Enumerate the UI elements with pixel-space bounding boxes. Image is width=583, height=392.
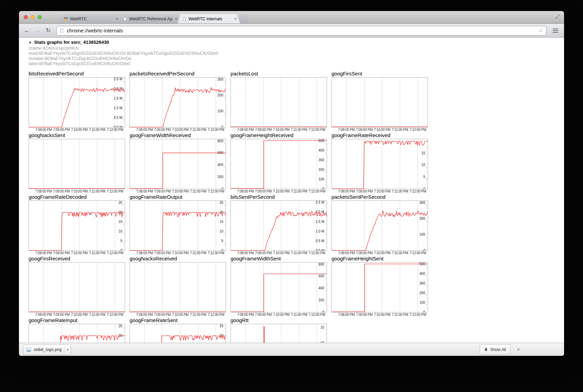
show-all-label: Show All — [490, 347, 506, 352]
chart-title: googNacksReceived — [130, 256, 226, 262]
x-tick-label: 7:09:00 PM — [356, 313, 372, 317]
forward-button[interactable]: → — [33, 26, 42, 35]
resize-icon[interactable] — [555, 14, 560, 19]
url-bar[interactable]: ☆ — [57, 26, 546, 35]
y-tick-label: 300 — [318, 158, 324, 162]
download-menu-arrow-icon[interactable]: ▾ — [64, 347, 69, 352]
x-tick-label: 7:11:00 PM — [190, 313, 206, 317]
back-button[interactable]: ← — [22, 26, 31, 35]
x-tick-label: 7:11:00 PM — [392, 189, 408, 193]
x-tick-label: 7:09:00 PM — [154, 313, 171, 317]
chart-googFrameRateSent: googFrameRateSent25201510507:08:00 PM7:0… — [130, 317, 226, 343]
x-tick-label: 7:09:00 PM — [154, 251, 171, 255]
x-tick-label: 7:12:00 PM — [309, 189, 325, 193]
chart-title: googNacksSent — [29, 132, 125, 138]
meta-label: label:6E9laEYkyxIkTCxDgc82ZGoEhlCfxNuCKr… — [29, 61, 564, 66]
x-axis-labels: 7:08:00 PM7:09:00 PM7:10:00 PM7:11:00 PM… — [231, 312, 327, 317]
tab-close-icon[interactable]: × — [175, 17, 177, 21]
chart-title: packetsReceivedPerSecond — [130, 71, 226, 77]
x-tick-label: 7:09:00 PM — [356, 251, 372, 255]
minimize-window-button[interactable] — [31, 15, 35, 19]
y-tick-label: 25 — [119, 201, 123, 205]
chart-plot: 8006004002000 — [231, 262, 327, 312]
x-tick-label: 7:09:00 PM — [255, 189, 272, 193]
chart-title: googFrameRateReceived — [331, 132, 428, 138]
x-tick-label: 7:09:00 PM — [255, 313, 272, 317]
y-tick-label: 200 — [318, 298, 324, 302]
y-tick-label: 15 — [219, 220, 224, 224]
plot-frame — [231, 324, 327, 343]
plot-frame — [130, 262, 226, 312]
x-tick-label: 7:12:00 PM — [107, 128, 123, 132]
tab-webrtc-internals[interactable]: WebRTC Internals × — [177, 14, 240, 23]
tab-strip: WebRTC × WebRTC Reference App × — [59, 14, 249, 23]
x-tick-label: 7:10:00 PM — [71, 128, 88, 132]
x-tick-label: 7:11:00 PM — [89, 251, 105, 255]
x-tick-label: 7:11:00 PM — [89, 313, 105, 317]
x-axis-labels: 7:08:00 PM7:09:00 PM7:10:00 PM7:11:00 PM… — [231, 127, 327, 132]
chart-title: googFrameWidthReceived — [130, 132, 226, 138]
y-tick-label: 600 — [318, 274, 324, 278]
y-tick-label: 300 — [419, 201, 425, 205]
screen: WebRTC × WebRTC Reference App × — [0, 0, 583, 392]
show-all-button[interactable]: Show All — [480, 344, 511, 354]
reload-button[interactable]: ↻ — [44, 26, 53, 35]
download-item[interactable]: vidtel_logo.png ▾ — [23, 344, 71, 354]
y-tick-label: 1.5 M — [114, 96, 122, 100]
plot-frame — [130, 201, 226, 251]
x-tick-label: 7:09:00 PM — [53, 189, 70, 193]
y-tick-label: 15 — [421, 151, 426, 155]
y-tick-label: 25 — [219, 324, 224, 328]
chart-googFrameRateReceived: googFrameRateReceived1510507:08:00 PM7:0… — [331, 132, 428, 193]
window-controls — [24, 15, 42, 19]
x-tick-label: 7:12:00 PM — [309, 251, 325, 255]
chart-packetsReceivedPerSecond: packetsReceivedPerSecond30020010007:08:0… — [130, 71, 226, 132]
stats-section-header[interactable]: ▼ Stats graphs for ssrc_4136526430 — [29, 40, 564, 45]
url-input[interactable] — [66, 28, 536, 34]
x-tick-label: 7:11:00 PM — [291, 189, 307, 193]
x-axis-labels: 7:08:00 PM7:09:00 PM7:10:00 PM7:11:00 PM… — [231, 189, 327, 193]
y-tick-label: 100 — [419, 233, 425, 236]
x-axis-labels: 7:08:00 PM7:09:00 PM7:10:00 PM7:11:00 PM… — [331, 127, 428, 132]
tab-webrtc-reference-app[interactable]: WebRTC Reference App × — [118, 14, 181, 23]
x-axis-labels: 7:08:00 PM7:09:00 PM7:10:00 PM7:11:00 PM… — [130, 251, 226, 255]
x-tick-label: 7:09:00 PM — [53, 128, 70, 132]
x-tick-label: 7:08:00 PM — [136, 251, 153, 255]
y-tick-label: 300 — [217, 78, 223, 81]
x-tick-label: 7:10:00 PM — [71, 251, 88, 255]
plot-frame — [231, 201, 327, 251]
x-tick-label: 7:09:00 PM — [154, 189, 171, 193]
x-tick-label: 7:10:00 PM — [172, 251, 188, 255]
y-tick-label: 100 — [318, 177, 324, 181]
bookmark-star-icon[interactable]: ☆ — [538, 28, 543, 33]
x-tick-label: 7:08:00 PM — [338, 189, 355, 193]
menu-icon[interactable] — [550, 26, 561, 35]
x-tick-label: 7:08:00 PM — [136, 128, 153, 132]
chart-bitsReceivedPerSecond: bitsReceivedPerSecond2.5 M2.0 M1.5 M1.0 … — [29, 71, 125, 132]
tab-close-icon[interactable]: × — [234, 17, 237, 21]
chart-plot — [29, 262, 125, 312]
navigation-bar: ← → ↻ ☆ — [19, 24, 564, 38]
close-window-button[interactable] — [24, 15, 28, 19]
chart-googFrameRateOutput: googFrameRateOutput25201510507:08:00 PM7… — [130, 194, 226, 255]
chart-title: googRtt — [231, 317, 327, 323]
section-title: Stats graphs for ssrc_4136526430 — [34, 40, 109, 45]
chart-googFirsSent: googFirsSent7:08:00 PM7:09:00 PM7:10:00 … — [331, 71, 428, 132]
x-tick-label: 7:09:00 PM — [53, 313, 70, 317]
chart-plot: 2.5 M2.0 M1.5 M1.0 M0.5 M0.0 M — [231, 200, 327, 251]
x-tick-label: 7:11:00 PM — [392, 251, 408, 255]
close-downloads-bar-icon[interactable]: × — [517, 347, 520, 352]
y-tick-label: 200 — [217, 175, 223, 179]
y-tick-label: 1.0 M — [316, 229, 324, 233]
zoom-window-button[interactable] — [38, 15, 42, 19]
tab-webrtc[interactable]: WebRTC × — [59, 14, 122, 23]
chart-title: googFirsSent — [331, 71, 428, 77]
disclosure-triangle-icon[interactable]: ▼ — [29, 41, 32, 44]
tab-close-icon[interactable]: × — [115, 17, 118, 21]
x-tick-label: 7:10:00 PM — [172, 313, 188, 317]
y-tick-label: 10 — [320, 341, 325, 343]
x-tick-label: 7:11:00 PM — [392, 128, 408, 132]
chart-plot — [130, 262, 226, 312]
meta-mslabel: mslabel:6E9laEYkyxIkTCxDgc82ZGoEhlCfxNuC… — [29, 56, 564, 61]
x-tick-label: 7:12:00 PM — [410, 313, 426, 317]
